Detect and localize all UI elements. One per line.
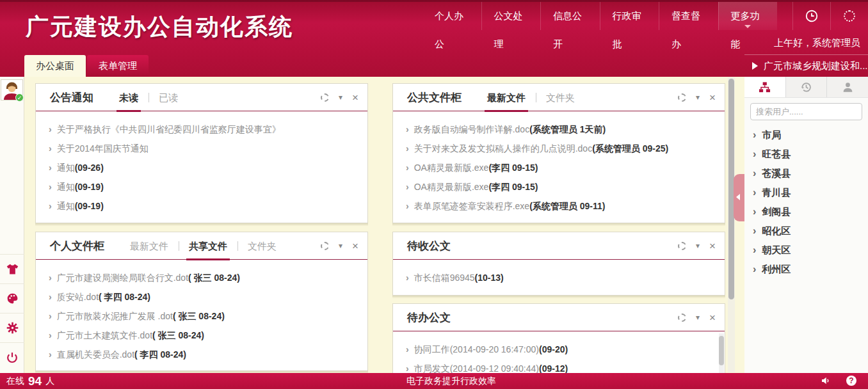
list-item[interactable]: 通知(09-19): [49, 177, 355, 196]
region-item-jiange[interactable]: 剑阁县: [753, 202, 868, 221]
left-rail: [0, 77, 24, 373]
main-scrollbar[interactable]: [728, 77, 735, 372]
item-text: 广元市建设局测绘局联合行文.dot: [57, 273, 188, 283]
list-item[interactable]: 广元市土木建筑文件.dot( 张三 08-24): [49, 326, 355, 345]
item-meta: (系统管理员 1天前): [529, 124, 606, 134]
logout-button[interactable]: [0, 342, 24, 372]
close-icon[interactable]: [709, 241, 716, 251]
skin-theme-button[interactable]: [0, 254, 24, 283]
list-item[interactable]: 关于对来文及发文拟稿人操作的几点说明.doc(系统管理员 09-25): [406, 139, 712, 158]
item-meta: (09-19): [75, 201, 104, 211]
nav-item-info-disclosure[interactable]: 信息公开: [540, 2, 600, 30]
list-item[interactable]: 市局发文(2014-09-12 09:40:44)(09-12): [406, 359, 712, 373]
panel-actions: [678, 92, 716, 103]
region-item-chaotian[interactable]: 朝天区: [753, 241, 868, 260]
list-item[interactable]: 市长信箱96945(10-13): [406, 268, 712, 287]
refresh-icon[interactable]: [678, 242, 686, 250]
org-banner[interactable]: 广元市城乡规划建设和...: [744, 54, 868, 77]
clock-button[interactable]: [792, 2, 830, 30]
tab-folders[interactable]: 文件夹: [536, 84, 585, 111]
item-meta: ( 张三 08-24): [173, 311, 225, 321]
list-item[interactable]: 关于严格执行《中共四川省纪委四川省监察厅建设事宜》: [49, 120, 355, 139]
refresh-icon[interactable]: [678, 314, 686, 322]
close-icon[interactable]: [709, 312, 716, 323]
list-item[interactable]: 表单原笔迹签章安装程序.exe(系统管理员 09-11): [406, 196, 712, 216]
speaker-icon: [821, 376, 831, 386]
rail-icon-stack: [0, 254, 24, 372]
nav-item-more-functions[interactable]: 更多功能: [718, 2, 778, 30]
region-item-shiju[interactable]: 市局: [753, 125, 868, 145]
nav-item-supervision[interactable]: 督查督办: [659, 2, 718, 30]
settings-spinner-button[interactable]: [830, 2, 868, 30]
collapse-caret-icon[interactable]: [339, 242, 342, 250]
list-item[interactable]: 政务版自动编号制作详解.doc(系统管理员 1天前): [406, 120, 712, 139]
tab-office-desktop[interactable]: 办公桌面: [24, 55, 86, 77]
item-meta: ( 李四 08-24): [134, 349, 186, 360]
person-icon: [842, 81, 854, 93]
item-text: 表单原笔迹签章安装程序.exe: [414, 201, 529, 211]
collapse-caret-icon[interactable]: [696, 314, 700, 321]
item-text: 关于2014年国庆节通知: [57, 143, 149, 154]
region-item-lizhou[interactable]: 利州区: [753, 260, 868, 279]
panel-actions: [321, 241, 358, 251]
list-item[interactable]: 关于2014年国庆节通知: [49, 139, 355, 158]
refresh-icon[interactable]: [678, 93, 686, 102]
tab-recent-contacts[interactable]: [786, 77, 828, 97]
list-item[interactable]: OA精灵最新版.exe(李四 09-15): [406, 177, 712, 196]
tab-user-contacts[interactable]: [827, 77, 868, 97]
list-item[interactable]: 直属机关委员会.dot( 李四 08-24): [49, 345, 355, 364]
collapse-caret-icon[interactable]: [696, 242, 700, 250]
item-meta: (09-20): [539, 344, 568, 354]
close-icon[interactable]: [352, 241, 358, 251]
collapse-caret-icon[interactable]: [696, 93, 700, 101]
search-users-input[interactable]: [750, 103, 862, 120]
list-item[interactable]: 质安站.dot( 李四 08-24): [49, 287, 355, 306]
panel-scrollbar[interactable]: [719, 333, 724, 373]
item-meta: (系统管理员 09-25): [592, 143, 668, 154]
list-item[interactable]: 协同工作(2014-09-20 16:47:00)(09-20): [406, 340, 712, 359]
org-name: 广元市城乡规划建设和...: [764, 60, 868, 72]
item-meta: (10-13): [475, 273, 504, 283]
collapse-caret-icon[interactable]: [339, 93, 342, 101]
close-icon[interactable]: [352, 92, 358, 103]
color-palette-button[interactable]: [0, 283, 24, 313]
nav-item-admin-approval[interactable]: 行政审批: [600, 2, 659, 30]
tab-org-structure[interactable]: [744, 77, 786, 97]
list-item[interactable]: 通知(09-19): [49, 196, 355, 216]
region-item-qingchuan[interactable]: 青川县: [753, 183, 868, 202]
item-text: 市长信箱96945: [414, 273, 475, 283]
close-icon[interactable]: [709, 92, 716, 103]
tab-shared-files[interactable]: 共享文件: [179, 232, 237, 260]
nav-item-document-processing[interactable]: 公文处理: [481, 2, 541, 30]
settings-button[interactable]: [0, 313, 24, 342]
region-item-wangcang[interactable]: 旺苍县: [753, 145, 868, 164]
list-item[interactable]: 通知(09-26): [49, 158, 355, 177]
region-item-zhaohua[interactable]: 昭化区: [753, 221, 868, 241]
refresh-icon[interactable]: [321, 242, 329, 250]
nav-item-personal-office[interactable]: 个人办公: [422, 2, 481, 30]
tab-read[interactable]: 已读: [149, 84, 188, 111]
tab-latest-files[interactable]: 最新文件: [477, 84, 536, 111]
tab-form-management[interactable]: 表单管理: [87, 55, 149, 77]
list-item[interactable]: 广元市建设局测绘局联合行文.dot( 张三 08-24): [49, 268, 355, 287]
region-item-cangxi[interactable]: 苍溪县: [753, 164, 868, 183]
help-button[interactable]: [846, 376, 856, 386]
tab-unread[interactable]: 未读: [109, 84, 149, 111]
sidebar-collapse-handle[interactable]: [734, 174, 744, 221]
item-meta: ( 李四 08-24): [99, 292, 150, 302]
sound-button[interactable]: [821, 376, 831, 386]
item-meta: ( 张三 08-24): [188, 273, 240, 283]
list-item[interactable]: OA精灵最新版.exe(李四 09-15): [406, 158, 712, 177]
tab-folders[interactable]: 文件夹: [237, 232, 287, 260]
item-text: OA精灵最新版.exe: [414, 163, 489, 173]
item-meta: ( 张三 08-24): [152, 330, 204, 340]
greeting-text: 上午好，系统管理员: [774, 37, 860, 49]
item-meta: (09-12): [539, 363, 568, 373]
tshirt-icon: [6, 262, 19, 276]
list-item[interactable]: 广元市散装水泥推广发展 .dot( 张三 08-24): [49, 306, 355, 326]
item-text: 协同工作(2014-09-20 16:47:00): [414, 344, 539, 354]
tab-latest-files[interactable]: 最新文件: [120, 232, 179, 260]
chevron-down-icon: [744, 25, 751, 28]
refresh-icon[interactable]: [321, 93, 329, 102]
panel-scroll-thumb[interactable]: [719, 336, 724, 365]
